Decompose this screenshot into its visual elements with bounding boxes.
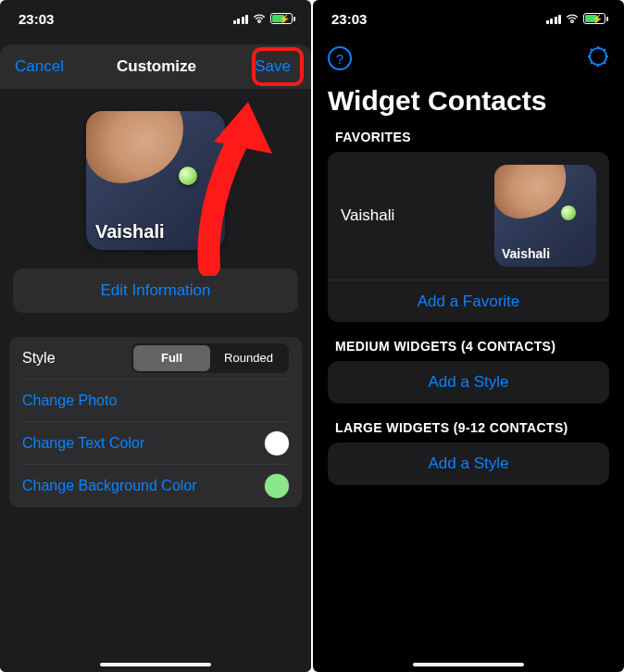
cellular-icon	[233, 14, 249, 24]
favorites-header: FAVORITES	[313, 130, 624, 152]
edit-information-button[interactable]: Edit Information	[13, 268, 298, 313]
modal-title: Customize	[117, 57, 196, 76]
gear-icon	[587, 45, 609, 68]
wifi-icon	[565, 10, 580, 28]
style-section: Style Full Rounded Change Photo Change T…	[9, 337, 302, 507]
segment-full[interactable]: Full	[133, 345, 210, 371]
edit-information-label: Edit Information	[100, 281, 210, 300]
home-indicator[interactable]	[413, 663, 524, 666]
svg-line-5	[591, 49, 593, 51]
help-icon: ?	[336, 51, 343, 67]
change-background-color-button[interactable]: Change Background Color	[22, 465, 289, 507]
change-text-color-button[interactable]: Change Text Color	[22, 422, 289, 465]
add-favorite-button[interactable]: Add a Favorite	[328, 280, 609, 322]
status-time: 23:03	[19, 11, 54, 27]
help-button[interactable]: ?	[328, 46, 352, 70]
status-time: 23:03	[331, 11, 367, 27]
modal-header: Cancel Customize Save	[0, 44, 311, 89]
screenshot-customize: 23:03 ⚡ Cancel Customize Save Vaishali	[0, 0, 311, 672]
contact-photo-detail	[561, 205, 576, 220]
favorite-preview-tile: Vaishali	[494, 165, 596, 267]
contact-photo-detail	[179, 167, 197, 185]
settings-button[interactable]	[587, 45, 609, 71]
cellular-icon	[546, 14, 562, 24]
favorite-row[interactable]: Vaishali Vaishali	[328, 152, 609, 280]
style-segmented-control[interactable]: Full Rounded	[131, 343, 289, 373]
segment-rounded[interactable]: Rounded	[210, 345, 287, 371]
svg-line-8	[604, 49, 605, 51]
preview-area: Vaishali	[9, 102, 302, 263]
style-label: Style	[22, 350, 56, 367]
contact-name-label: Vaishali	[95, 221, 165, 243]
status-bar: 23:03 ⚡	[0, 0, 311, 37]
save-button[interactable]: Save	[249, 54, 296, 80]
wifi-icon	[252, 10, 267, 28]
battery-icon: ⚡	[583, 13, 605, 24]
favorite-tile-name: Vaishali	[502, 246, 550, 261]
large-widgets-header: LARGE WIDGETS (9-12 CONTACTS)	[313, 420, 624, 442]
text-color-swatch	[265, 431, 289, 455]
battery-icon: ⚡	[270, 13, 293, 24]
style-row: Style Full Rounded	[22, 337, 289, 380]
nav-bar: ?	[313, 37, 624, 80]
home-indicator[interactable]	[100, 663, 211, 666]
contact-photo	[86, 111, 193, 190]
add-large-style-button[interactable]: Add a Style	[328, 442, 609, 485]
medium-widgets-header: MEDIUM WIDGETS (4 CONTACTS)	[313, 339, 624, 361]
customize-modal: Cancel Customize Save Vaishali Edit Info…	[0, 44, 311, 672]
change-photo-button[interactable]: Change Photo	[22, 380, 289, 422]
status-indicators: ⚡	[546, 10, 606, 28]
favorites-card: Vaishali Vaishali Add a Favorite	[328, 152, 609, 322]
cancel-button[interactable]: Cancel	[15, 57, 64, 76]
status-indicators: ⚡	[233, 10, 293, 28]
screenshot-widget-contacts: 23:03 ⚡ ? Widget Contacts FAVORITES Vais…	[313, 0, 624, 672]
add-medium-style-button[interactable]: Add a Style	[328, 361, 609, 404]
page-title: Widget Contacts	[313, 80, 624, 130]
favorite-name: Vaishali	[341, 206, 394, 225]
bg-color-swatch	[265, 474, 289, 498]
svg-line-6	[604, 62, 605, 64]
status-bar: 23:03 ⚡	[313, 0, 624, 37]
contact-preview-tile[interactable]: Vaishali	[86, 111, 225, 250]
modal-body: Vaishali Edit Information Style Full Rou…	[0, 89, 311, 526]
svg-line-7	[591, 62, 593, 64]
